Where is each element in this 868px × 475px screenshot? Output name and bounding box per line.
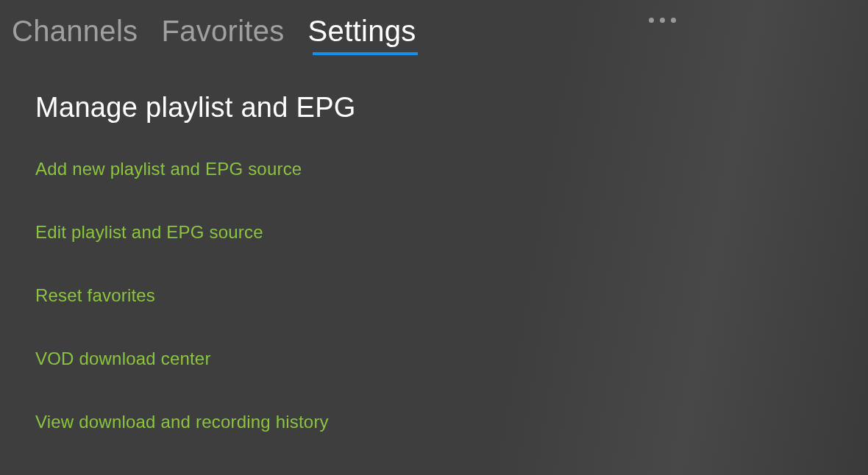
tab-favorites[interactable]: Favorites [149,12,296,55]
settings-menu-list: Add new playlist and EPG source Edit pla… [35,159,868,432]
tab-settings[interactable]: Settings [296,12,428,55]
menu-item-edit-playlist[interactable]: Edit playlist and EPG source [35,222,868,243]
dots-horizontal-icon [649,18,654,23]
settings-content: Manage playlist and EPG Add new playlist… [0,55,868,432]
more-options-button[interactable] [644,13,680,27]
menu-item-download-history[interactable]: View download and recording history [35,412,868,432]
menu-item-vod-download[interactable]: VOD download center [35,349,868,369]
dots-horizontal-icon [660,18,665,23]
tab-bar: Channels Favorites Settings [0,0,868,55]
tab-channels[interactable]: Channels [6,12,149,55]
menu-item-add-playlist[interactable]: Add new playlist and EPG source [35,159,868,179]
page-title: Manage playlist and EPG [35,92,868,124]
menu-item-reset-favorites[interactable]: Reset favorites [35,285,868,306]
dots-horizontal-icon [671,18,676,23]
